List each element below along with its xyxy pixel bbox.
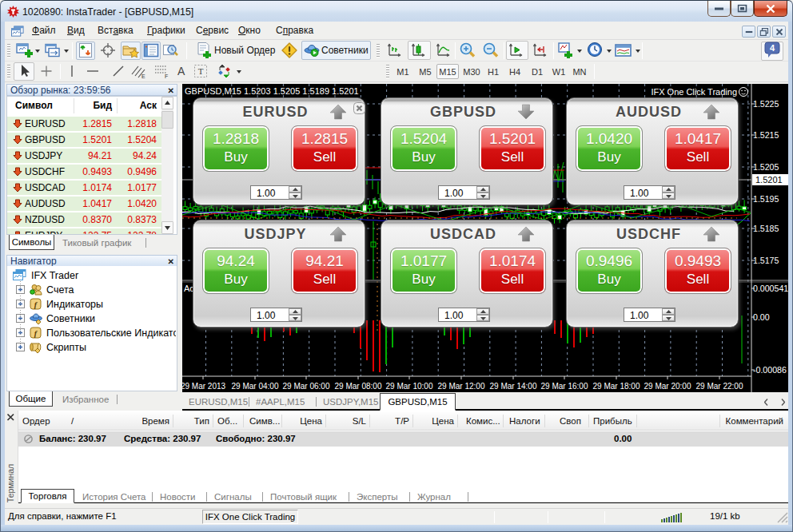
svg-text:29 Mar 2013: 29 Mar 2013 xyxy=(182,382,226,391)
svg-text:29 Mar 06:00: 29 Mar 06:00 xyxy=(283,382,330,391)
svg-text:1.5201: 1.5201 xyxy=(755,175,783,185)
svg-text:1.5175: 1.5175 xyxy=(753,256,779,265)
svg-text:GBPUSD,M15 1.5203 1.5205 1.51: GBPUSD,M15 1.5203 1.5205 1.5189 1.5201 xyxy=(185,86,359,96)
svg-text:0.00: 0.00 xyxy=(753,312,770,322)
svg-text:T: T xyxy=(198,66,204,76)
svg-text:29 Mar 04:00: 29 Mar 04:00 xyxy=(232,382,279,391)
svg-text:IFX One Click Trading: IFX One Click Trading xyxy=(651,87,737,97)
svg-text:29 Mar 22:00: 29 Mar 22:00 xyxy=(696,382,743,391)
svg-text:29 Mar 10:00: 29 Mar 10:00 xyxy=(386,382,433,391)
svg-text:4: 4 xyxy=(770,43,775,53)
svg-text:1.5185: 1.5185 xyxy=(753,224,779,233)
svg-text:-0.00086: -0.00086 xyxy=(753,365,787,375)
svg-text:0.000541: 0.000541 xyxy=(753,284,788,293)
svg-text:1.5195: 1.5195 xyxy=(753,194,779,204)
svg-text:29 Mar 16:00: 29 Mar 16:00 xyxy=(541,382,588,391)
svg-text:F: F xyxy=(165,73,168,79)
svg-text:29 Mar 08:00: 29 Mar 08:00 xyxy=(335,382,382,391)
svg-text:1.5205: 1.5205 xyxy=(753,162,779,172)
svg-text:1.5225: 1.5225 xyxy=(753,99,779,109)
svg-text:29 Mar 20:00: 29 Mar 20:00 xyxy=(644,382,691,391)
svg-text:29 Mar 14:00: 29 Mar 14:00 xyxy=(490,382,537,391)
svg-text:29 Mar 18:00: 29 Mar 18:00 xyxy=(593,382,640,391)
svg-text:1.5215: 1.5215 xyxy=(753,130,779,140)
svg-text:E: E xyxy=(141,73,145,79)
svg-text:29 Mar 12:00: 29 Mar 12:00 xyxy=(438,382,485,391)
